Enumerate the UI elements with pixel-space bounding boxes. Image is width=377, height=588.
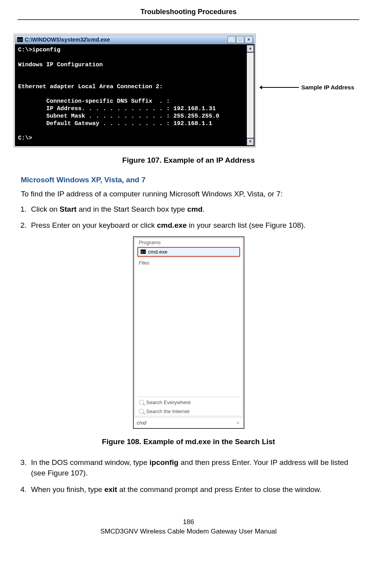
step-text: and in the Start Search box type bbox=[76, 205, 187, 213]
start-search-panel: Programs C:\ cmd.exe Files Search Everyw… bbox=[133, 236, 244, 429]
cmd-line: C:\>ipconfig bbox=[18, 47, 60, 53]
scroll-down-button[interactable]: ▼ bbox=[247, 138, 254, 145]
cmd-line: Windows IP Configuration bbox=[18, 62, 103, 68]
search-internet-label: Search the Internet bbox=[146, 408, 190, 414]
step-2: Press Enter on your keyboard or click cm… bbox=[29, 220, 359, 231]
search-everywhere-row[interactable]: Search Everywhere bbox=[135, 398, 242, 407]
exit-bold: exit bbox=[104, 485, 117, 494]
cmd-output: C:\>ipconfig Windows IP Configuration Et… bbox=[18, 47, 251, 142]
clear-icon[interactable]: × bbox=[237, 420, 240, 426]
search-internet-row[interactable]: Search the Internet bbox=[135, 407, 242, 416]
step-text: Press Enter on your keyboard or click bbox=[31, 221, 157, 229]
intro-text: To find the IP address of a computer run… bbox=[21, 190, 359, 198]
header-rule bbox=[18, 19, 359, 20]
item-text: cmd.exe bbox=[148, 249, 168, 255]
window-buttons: _ □ × bbox=[228, 36, 253, 43]
cmd-line: C:\> bbox=[18, 135, 32, 142]
results-whitespace bbox=[135, 267, 242, 396]
cmdexe-bold: cmd.exe bbox=[157, 221, 187, 229]
step-4: When you finish, type exit at the comman… bbox=[29, 484, 359, 495]
steps-list: Click on Start and in the Start Search b… bbox=[18, 204, 359, 231]
search-icon bbox=[139, 400, 144, 405]
step-text: In the DOS command window, type bbox=[31, 458, 149, 466]
ip-address-callout: Sample IP Address bbox=[260, 84, 354, 91]
search-icon bbox=[139, 409, 144, 414]
step-text: at the command prompt and press Enter to… bbox=[117, 485, 322, 494]
cmd-line: IP Address. . . . . . . . . . . . : 192.… bbox=[18, 105, 216, 112]
programs-label: Programs bbox=[135, 238, 242, 246]
cmd-body: ▲ ▼ C:\>ipconfig Windows IP Configuratio… bbox=[15, 44, 255, 146]
figure-107-row: C:\ C:\WINDOWS\system32\cmd.exe _ □ × ▲ … bbox=[14, 34, 359, 147]
search-everywhere-label: Search Everywhere bbox=[146, 399, 191, 405]
cmd-titlebar-icon: C:\ bbox=[17, 37, 23, 42]
cmd-icon: C:\ bbox=[140, 249, 146, 254]
scrollbar-track[interactable] bbox=[247, 53, 254, 138]
step-text: When you finish, type bbox=[31, 485, 104, 494]
cmd-line: Subnet Mask . . . . . . . . . . . : 255.… bbox=[18, 113, 219, 120]
manual-title: SMCD3GNV Wireless Cable Modem Gateway Us… bbox=[18, 528, 359, 535]
divider bbox=[138, 258, 239, 258]
scroll-up-button[interactable]: ▲ bbox=[247, 45, 254, 52]
search-input-text: cmd bbox=[137, 420, 147, 426]
step-text: in your search list (see Figure 108). bbox=[187, 221, 306, 229]
search-input-row[interactable]: cmd × bbox=[134, 417, 244, 428]
cmd-line: Default Gateway . . . . . . . . . : 192.… bbox=[18, 120, 212, 127]
cmd-window: C:\ C:\WINDOWS\system32\cmd.exe _ □ × ▲ … bbox=[14, 34, 256, 147]
step-text: Click on bbox=[31, 205, 60, 213]
cmd-titlebar: C:\ C:\WINDOWS\system32\cmd.exe _ □ × bbox=[15, 35, 255, 44]
close-button[interactable]: × bbox=[245, 36, 253, 43]
callout-arrow bbox=[260, 87, 299, 88]
cmd-line: Ethernet adapter Local Area Connection 2… bbox=[18, 83, 163, 90]
files-label: Files bbox=[135, 259, 242, 267]
divider bbox=[138, 397, 239, 397]
figure-107-caption: Figure 107. Example of an IP Address bbox=[18, 156, 359, 165]
page-header-title: Troubleshooting Procedures bbox=[18, 8, 359, 19]
figure-108: Programs C:\ cmd.exe Files Search Everyw… bbox=[18, 236, 359, 429]
page-footer: 186 SMCD3GNV Wireless Cable Modem Gatewa… bbox=[18, 518, 359, 535]
cmd-titlebar-text: C:\WINDOWS\system32\cmd.exe bbox=[25, 36, 226, 43]
steps-list-cont: In the DOS command window, type ipconfig… bbox=[18, 457, 359, 495]
callout-label: Sample IP Address bbox=[301, 84, 354, 91]
page-number: 186 bbox=[18, 518, 359, 526]
cmd-exe-item[interactable]: C:\ cmd.exe bbox=[137, 247, 240, 257]
cmd-line: Connection-specific DNS Suffix . : bbox=[18, 98, 170, 105]
start-bold: Start bbox=[60, 205, 76, 213]
section-heading: Microsoft Windows XP, Vista, and 7 bbox=[21, 176, 359, 184]
cmd-bold: cmd bbox=[187, 205, 202, 213]
step-1: Click on Start and in the Start Search b… bbox=[29, 204, 359, 215]
maximize-button[interactable]: □ bbox=[236, 36, 244, 43]
minimize-button[interactable]: _ bbox=[228, 36, 235, 43]
ipconfig-bold: ipconfig bbox=[149, 458, 178, 466]
step-text: . bbox=[202, 205, 204, 213]
search-panel-inner: Programs C:\ cmd.exe Files Search Everyw… bbox=[135, 238, 243, 416]
figure-108-caption: Figure 108. Example of md.exe in the Sea… bbox=[18, 437, 359, 446]
step-3: In the DOS command window, type ipconfig… bbox=[29, 457, 359, 479]
